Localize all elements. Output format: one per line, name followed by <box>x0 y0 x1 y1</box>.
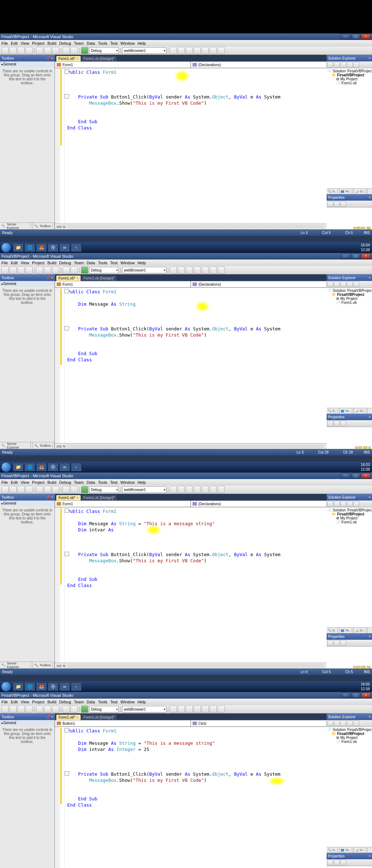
menu-window[interactable]: Window <box>121 480 135 485</box>
target-combo[interactable]: webBrowser1 <box>122 706 166 712</box>
start-debug-icon[interactable] <box>81 486 88 493</box>
minimize-button[interactable]: – <box>341 473 350 479</box>
horizontal-scrollbar[interactable] <box>67 445 324 448</box>
open-icon[interactable] <box>9 486 17 493</box>
menu-window[interactable]: Window <box>121 700 135 704</box>
myproject-node[interactable]: ⚙ My Project <box>327 736 371 740</box>
menu-view[interactable]: View <box>21 261 29 265</box>
collapse-toggle[interactable]: - <box>65 509 69 513</box>
taskbar-firefox-icon[interactable]: 🦊 <box>36 243 47 252</box>
taskbar-vs-icon[interactable]: ∞ <box>59 682 70 691</box>
menu-edit[interactable]: Edit <box>11 700 18 704</box>
save-icon[interactable] <box>17 706 25 713</box>
save-icon[interactable] <box>17 47 25 54</box>
toolbar[interactable]: Debug webBrowser1 <box>0 486 372 494</box>
tab-server-explorer[interactable]: 🔧 Server Explorer <box>0 442 33 449</box>
start-button[interactable] <box>0 681 12 692</box>
menu-test[interactable]: Test <box>110 480 117 485</box>
tb-icon[interactable] <box>186 47 193 54</box>
tab-team[interactable]: 👥Te... <box>340 628 354 633</box>
menu-debug[interactable]: Debug <box>59 261 71 265</box>
pin-icon[interactable]: 📌 × <box>46 495 53 499</box>
zoom-level[interactable]: 161 % <box>56 225 66 229</box>
save-icon[interactable] <box>17 266 25 274</box>
class-combo[interactable]: Button1 <box>55 720 191 727</box>
menu-build[interactable]: Build <box>48 480 56 485</box>
menu-data[interactable]: Data <box>86 480 95 485</box>
menubar[interactable]: FileEditViewProjectBuildDebugTeamDataToo… <box>0 479 372 486</box>
menu-data[interactable]: Data <box>86 41 95 45</box>
config-combo[interactable]: Debug <box>89 267 119 273</box>
taskbar-chrome-icon[interactable]: 🌐 <box>24 243 35 252</box>
properties-grid[interactable] <box>327 647 372 668</box>
properties-header[interactable]: Properties× <box>327 414 372 420</box>
tab-team[interactable]: 👥Te... <box>340 847 354 853</box>
menu-help[interactable]: Help <box>138 261 146 265</box>
copy-icon[interactable] <box>44 486 51 493</box>
project-node[interactable]: 📁 FirsatVBProject <box>327 73 371 77</box>
tb-icon[interactable] <box>178 266 185 274</box>
tb-icon[interactable] <box>218 266 225 274</box>
solution-tree[interactable]: 📄 Solution 'FirsatVBProject' 📁 FirsatVBP… <box>327 288 372 408</box>
tb-icon[interactable] <box>186 266 193 274</box>
tb-icon[interactable] <box>202 266 209 274</box>
menu-project[interactable]: Project <box>32 480 44 485</box>
menu-build[interactable]: Build <box>48 41 56 45</box>
tb-icon[interactable] <box>194 706 201 713</box>
menu-tools[interactable]: Tools <box>98 480 108 485</box>
solution-tree[interactable]: 📄 Solution 'FirsatVBProject' 📁 FirsatVBP… <box>327 727 372 847</box>
tab-class[interactable]: 📊Cl... <box>354 408 368 414</box>
undo-icon[interactable] <box>62 47 70 54</box>
paste-icon[interactable] <box>52 706 59 713</box>
menu-tools[interactable]: Tools <box>98 261 108 265</box>
titlebar[interactable]: FirsatVBProject - Microsoft Visual Studi… <box>0 692 372 699</box>
taskbar-chrome-icon[interactable]: 🌐 <box>24 463 35 471</box>
save-all-icon[interactable] <box>25 706 33 713</box>
code-editor[interactable]: - - Public Class Form1 Private Sub Butto… <box>55 68 327 224</box>
menubar[interactable]: FileEditViewProjectBuildDebugTeamDataToo… <box>0 699 372 705</box>
toolbox-header[interactable]: Toolbox📌 × <box>0 274 54 281</box>
solution-tree[interactable]: 📄 Solution 'FirsatVBProject' 📁 FirsatVBP… <box>327 68 372 188</box>
solution-tree[interactable]: 📄 Solution 'FirsatVBProject' 📁 FirsatVBP… <box>327 507 372 627</box>
tab-sol[interactable]: 🔍S... <box>327 189 340 194</box>
redo-icon[interactable] <box>70 486 78 493</box>
tab-server-explorer[interactable]: 🔧 Server Explorer <box>0 662 33 668</box>
tb-icon[interactable] <box>202 706 209 713</box>
tb-icon[interactable] <box>170 706 177 713</box>
tab-form1-design[interactable]: Form1.vb [Design]* <box>81 715 117 720</box>
menu-build[interactable]: Build <box>48 700 56 704</box>
myproject-node[interactable]: ⚙ My Project <box>327 297 371 301</box>
titlebar[interactable]: FirsatVBProject - Microsoft Visual Studi… <box>0 253 372 260</box>
menu-team[interactable]: Team <box>74 261 84 265</box>
tab-form1-vb[interactable]: Form1.vb*× <box>56 276 81 281</box>
menu-debug[interactable]: Debug <box>59 700 71 704</box>
collapse-toggle[interactable]: - <box>65 69 69 74</box>
maximize-button[interactable]: ▢ <box>351 34 360 40</box>
menu-debug[interactable]: Debug <box>59 480 71 485</box>
member-combo[interactable]: (Declarations) <box>191 281 327 288</box>
menu-window[interactable]: Window <box>121 41 135 45</box>
form-node[interactable]: 📄 Form1.vb <box>327 81 371 85</box>
tab-toolbox[interactable]: 🔨 Toolbox <box>33 662 54 668</box>
tab-toolbox[interactable]: 🔨 Toolbox <box>33 223 54 229</box>
properties-grid[interactable] <box>327 427 372 449</box>
tb-icon[interactable] <box>210 47 217 54</box>
menu-data[interactable]: Data <box>86 700 95 704</box>
form-node[interactable]: 📄 Form1.vb <box>327 740 371 744</box>
toolbox-header[interactable]: Toolbox📌 × <box>0 55 54 61</box>
minimize-button[interactable]: – <box>341 34 350 40</box>
taskbar-ie-icon[interactable]: ⓔ <box>48 463 58 471</box>
code-editor[interactable]: - - Public Class Form1 Dim Message As St… <box>55 727 327 868</box>
copy-icon[interactable] <box>44 706 51 713</box>
undo-icon[interactable] <box>62 706 70 713</box>
target-combo[interactable]: webBrowser1 <box>122 486 166 493</box>
class-combo[interactable]: Form1 <box>55 281 191 288</box>
cut-icon[interactable] <box>36 47 43 54</box>
tb-icon[interactable] <box>210 706 217 713</box>
system-clock[interactable]: 16:0412.08 <box>359 243 372 252</box>
code-editor[interactable]: - - Public Class Form1 Dim Message As St… <box>55 507 327 663</box>
taskbar-firefox-icon[interactable]: 🦊 <box>36 463 47 471</box>
properties-header[interactable]: Properties× <box>327 633 372 640</box>
save-icon[interactable] <box>17 486 25 493</box>
menu-tools[interactable]: Tools <box>98 700 108 704</box>
